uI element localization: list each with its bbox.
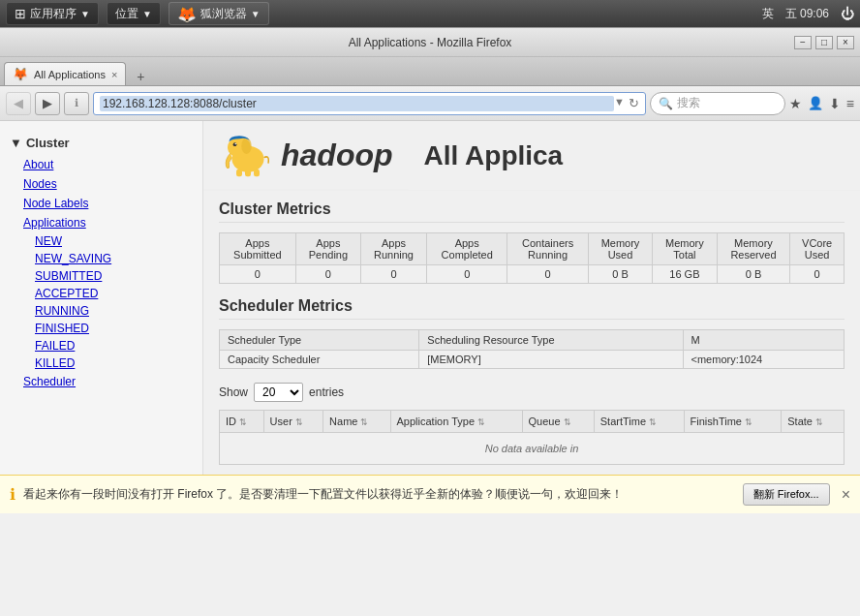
- new-tab-button[interactable]: +: [130, 68, 151, 85]
- apps-no-data-row: No data available in: [220, 433, 845, 465]
- window-controls: − □ ×: [794, 36, 854, 49]
- entries-label: entries: [309, 385, 344, 399]
- sidebar-item-new[interactable]: NEW: [0, 232, 202, 250]
- bookmark-icon: ▼: [614, 96, 625, 110]
- scheduler-metrics-title: Scheduler Metrics: [219, 297, 845, 320]
- sched-val-resource: [MEMORY]: [419, 351, 683, 369]
- page-heading: All Applica: [409, 133, 579, 179]
- sidebar-item-finished[interactable]: FINISHED: [0, 320, 202, 337]
- col-apps-pending: AppsPending: [295, 233, 360, 265]
- notification-close-button[interactable]: ×: [842, 486, 850, 504]
- sidebar: ▼ Cluster About Nodes Node Labels Applic…: [0, 121, 203, 475]
- url-icons: ▼ ↻: [614, 96, 639, 110]
- hadoop-elephant-logo: [219, 131, 277, 179]
- sched-col-type: Scheduler Type: [220, 330, 419, 351]
- download-icon[interactable]: ⬇: [829, 96, 841, 111]
- search-bar[interactable]: 🔍 搜索: [650, 92, 785, 115]
- nav-right-icons: ★ 👤 ⬇ ≡: [789, 96, 854, 111]
- val-apps-submitted: 0: [220, 265, 296, 284]
- col-state: State ⇅: [782, 411, 845, 433]
- svg-rect-6: [245, 169, 251, 177]
- content-scroll: Cluster Metrics AppsSubmitted AppsPendin…: [203, 191, 860, 475]
- sidebar-item-node-labels[interactable]: Node Labels: [0, 194, 202, 213]
- window-close-button[interactable]: ×: [837, 36, 854, 49]
- os-power-icon[interactable]: ⏻: [841, 6, 854, 21]
- col-vcores-used: VCoreUsed: [790, 233, 845, 265]
- apps-table: ID ⇅ User ⇅ Name ⇅ Application Type ⇅ Qu…: [219, 410, 845, 465]
- val-containers-running: 0: [507, 265, 588, 284]
- notification-icon: ℹ: [10, 485, 15, 504]
- sidebar-item-killed[interactable]: KILLED: [0, 354, 202, 372]
- col-queue: Queue ⇅: [522, 411, 594, 433]
- os-menu-location[interactable]: 位置 ▼: [107, 2, 161, 25]
- entries-select[interactable]: 20 50 100: [254, 383, 303, 402]
- search-placeholder: 搜索: [677, 95, 700, 111]
- show-entries: Show 20 50 100 entries: [219, 383, 845, 402]
- svg-rect-7: [254, 169, 260, 177]
- info-button[interactable]: ℹ: [64, 92, 89, 115]
- svg-point-4: [241, 138, 252, 154]
- val-apps-completed: 0: [427, 265, 507, 284]
- val-apps-pending: 0: [295, 265, 360, 284]
- val-memory-used: 0 B: [588, 265, 652, 284]
- tab-bar: 🦊 All Applications × +: [0, 57, 860, 86]
- val-vcores-used: 0: [790, 265, 845, 284]
- window-maximize-button[interactable]: □: [815, 36, 833, 49]
- forward-button[interactable]: ▶: [35, 92, 60, 115]
- col-apps-completed: AppsCompleted: [427, 233, 507, 265]
- nav-bar: ◀ ▶ ℹ 192.168.128.128:8088/cluster ▼ ↻ 🔍…: [0, 86, 860, 121]
- sidebar-cluster-label: Cluster: [26, 136, 70, 150]
- svg-point-3: [235, 143, 237, 145]
- val-apps-running: 0: [361, 265, 427, 284]
- more-icon[interactable]: ≡: [846, 96, 854, 111]
- no-data-cell: No data available in: [220, 433, 845, 465]
- val-memory-reserved: 0 B: [717, 265, 790, 284]
- os-topbar: ⊞ 应用程序 ▼ 位置 ▼ 🦊 狐浏览器 ▼ 英 五 09:06 ⏻: [0, 0, 860, 27]
- sched-col-m: M: [683, 330, 844, 351]
- sidebar-item-nodes[interactable]: Nodes: [0, 174, 202, 194]
- sidebar-item-submitted[interactable]: SUBMITTED: [0, 267, 202, 285]
- col-starttime: StartTime ⇅: [594, 411, 684, 433]
- sidebar-item-about[interactable]: About: [0, 155, 202, 174]
- show-label: Show: [219, 385, 248, 399]
- notification-refresh-button[interactable]: 翻新 Firefox...: [743, 483, 830, 506]
- sidebar-cluster-header[interactable]: ▼ Cluster: [0, 131, 202, 155]
- col-memory-used: MemoryUsed: [588, 233, 652, 265]
- col-app-type: Application Type ⇅: [390, 411, 522, 433]
- os-menu-apps[interactable]: ⊞ 应用程序 ▼: [6, 2, 99, 25]
- bookmark-star-icon[interactable]: ★: [789, 96, 802, 111]
- metrics-header-row: AppsSubmitted AppsPending AppsRunning Ap…: [220, 233, 845, 265]
- sidebar-cluster-section: ▼ Cluster About Nodes Node Labels Applic…: [0, 131, 202, 391]
- sidebar-item-new-saving[interactable]: NEW_SAVING: [0, 250, 202, 267]
- notification-text: 看起来你有一段时间没有打开 Firefox 了。是否要清理一下配置文件以获得近乎…: [23, 486, 735, 503]
- refresh-icon[interactable]: ↻: [629, 96, 639, 110]
- url-text: 192.168.128.128:8088/cluster: [100, 96, 614, 111]
- content-area: hadoop All Applica Cluster Metrics AppsS…: [203, 121, 860, 475]
- apps-header-row: ID ⇅ User ⇅ Name ⇅ Application Type ⇅ Qu…: [220, 411, 845, 433]
- window-minimize-button[interactable]: −: [794, 36, 812, 49]
- url-bar[interactable]: 192.168.128.128:8088/cluster ▼ ↻: [93, 92, 646, 115]
- top-area: hadoop All Applica: [203, 121, 860, 191]
- cluster-arrow-icon: ▼: [10, 136, 22, 150]
- sidebar-item-running[interactable]: RUNNING: [0, 302, 202, 320]
- sidebar-item-failed[interactable]: FAILED: [0, 337, 202, 354]
- user-icon[interactable]: 👤: [808, 96, 823, 110]
- browser-title: All Applications - Mozilla Firefox: [349, 36, 512, 49]
- os-clock: 五 09:06: [785, 6, 829, 22]
- search-icon: 🔍: [659, 97, 673, 110]
- scheduler-data-row: Capacity Scheduler [MEMORY] <memory:1024: [220, 351, 845, 369]
- sidebar-item-scheduler[interactable]: Scheduler: [0, 372, 202, 391]
- sidebar-item-accepted[interactable]: ACCEPTED: [0, 285, 202, 302]
- col-finishtime: FinishTime ⇅: [684, 411, 782, 433]
- browser-titlebar: All Applications - Mozilla Firefox − □ ×: [0, 28, 860, 57]
- back-button[interactable]: ◀: [6, 92, 31, 115]
- sidebar-applications-section: Applications NEW NEW_SAVING SUBMITTED AC…: [0, 213, 202, 372]
- os-browser-launcher[interactable]: 🦊 狐浏览器 ▼: [169, 2, 269, 25]
- val-memory-total: 16 GB: [653, 265, 717, 284]
- col-user: User ⇅: [263, 411, 322, 433]
- tab-label: All Applications: [34, 69, 106, 80]
- sidebar-item-applications[interactable]: Applications: [0, 213, 202, 232]
- sched-col-resource: Scheduling Resource Type: [419, 330, 683, 351]
- tab-all-applications[interactable]: 🦊 All Applications ×: [4, 62, 126, 85]
- tab-close-button[interactable]: ×: [111, 69, 117, 80]
